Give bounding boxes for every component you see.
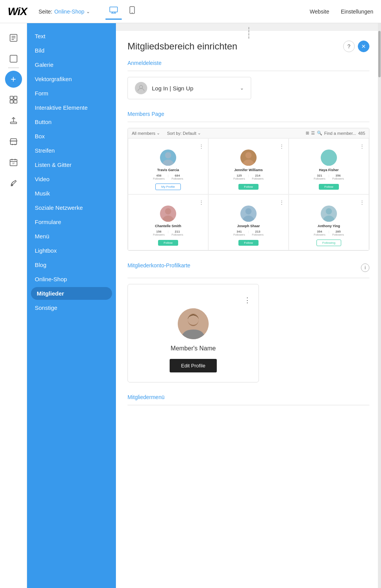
member-stats-haya: 321Followers | 356Followers xyxy=(293,174,365,180)
login-bar-label: Anmeldeleiste xyxy=(128,60,369,66)
menu-item-blog[interactable]: Blog xyxy=(27,258,116,272)
member-btn-haya[interactable]: Follow xyxy=(319,184,338,190)
panel-title: Mitgliedsbereich einrichten xyxy=(128,41,237,52)
menu-item-button[interactable]: Button xyxy=(27,115,116,129)
main-panel: Mitgliedsbereich einrichten ? ✕ Anmeldel… xyxy=(116,31,381,588)
menu-item-vektorgrafiken[interactable]: Vektorgrafiken xyxy=(27,72,116,86)
settings-link[interactable]: Einstellungen xyxy=(341,8,373,15)
svg-rect-16 xyxy=(10,141,17,144)
svg-point-27 xyxy=(245,152,252,158)
profile-card-menu-icon[interactable]: ⋮ xyxy=(136,296,251,304)
desktop-icon[interactable] xyxy=(105,3,122,20)
svg-point-25 xyxy=(139,85,143,88)
pages-sidebar-btn[interactable] xyxy=(5,29,22,47)
profile-card-header: Mitgliederkonto-Profilkarte i xyxy=(128,262,369,273)
edit-profile-button[interactable]: Edit Profile xyxy=(170,359,217,372)
search-icon[interactable]: 🔍 xyxy=(317,131,322,136)
website-link[interactable]: Website xyxy=(310,8,329,15)
member-card-chantelle: ⋮ Chantelle Smith 158Followers | 211Foll… xyxy=(128,194,208,250)
card-menu-icon[interactable]: ⋮ xyxy=(359,199,365,206)
menu-item-formulare[interactable]: Formulare xyxy=(27,215,116,229)
card-menu-icon[interactable]: ⋮ xyxy=(279,143,284,150)
elements-sidebar-btn[interactable] xyxy=(5,50,22,68)
list-view-icon[interactable]: ☰ xyxy=(311,131,315,136)
svg-point-17 xyxy=(12,144,13,145)
member-btn-travis[interactable]: My Profile xyxy=(155,184,181,190)
help-button[interactable]: ? xyxy=(343,41,355,52)
member-name-anthony: Anthony Ying xyxy=(293,224,365,228)
menu-item-online-shop[interactable]: Online-Shop xyxy=(27,272,116,286)
members-search-area: ⊞ ☰ 🔍 Find a member... 485 xyxy=(306,131,365,136)
member-card-haya: ⋮ Haya Fisher 321Followers | 356Follower… xyxy=(289,138,369,194)
panel-header-icons: ? ✕ xyxy=(343,41,369,52)
menu-item-bild[interactable]: Bild xyxy=(27,43,116,58)
svg-text:17: 17 xyxy=(12,162,15,165)
card-menu-icon[interactable]: ⋮ xyxy=(199,199,204,206)
member-btn-chantelle[interactable]: Follow xyxy=(158,240,178,246)
sort-label: Sort by: Default xyxy=(167,131,196,136)
sort-dropdown[interactable]: Sort by: Default ⌄ xyxy=(167,131,201,136)
divider-members-menu xyxy=(128,405,369,405)
grid-view-icon[interactable]: ⊞ xyxy=(306,131,309,136)
member-btn-anthony[interactable]: Following xyxy=(316,240,341,246)
panel-header: Mitgliedsbereich einrichten ? ✕ xyxy=(128,41,369,52)
login-bar-section: Anmeldeleiste Log In | Sign Up ⌄ xyxy=(128,60,369,99)
svg-point-30 xyxy=(245,208,252,214)
add-sidebar-btn[interactable]: + xyxy=(5,71,22,88)
svg-point-29 xyxy=(165,208,171,214)
menu-item-lightbox[interactable]: Lightbox xyxy=(27,243,116,258)
menu-item-box[interactable]: Box xyxy=(27,129,116,143)
profile-avatar xyxy=(178,308,209,339)
members-menu-section: Mitgliedermenü xyxy=(128,394,369,405)
top-nav: WiX Seite: Online-Shop ⌄ Website Einstel… xyxy=(0,0,381,23)
menu-item-musik[interactable]: Musik xyxy=(27,186,116,201)
member-card-jennifer: ⋮ Jennifer Williams 125Followers | 214Fo… xyxy=(208,138,289,194)
members-menu-label: Mitgliedermenü xyxy=(128,394,369,400)
profile-card-label: Mitgliederkonto-Profilkarte xyxy=(128,262,190,269)
page-label: Seite: xyxy=(39,8,53,15)
page-selector[interactable]: Seite: Online-Shop ⌄ xyxy=(39,8,90,15)
member-btn-joseph[interactable]: Follow xyxy=(238,240,258,246)
members-grid: ⋮ Travis Garcia 458Followers | 684Follow… xyxy=(128,138,369,250)
card-menu-icon[interactable]: ⋮ xyxy=(279,199,284,206)
menu-item-interaktive[interactable]: Interaktive Elemente xyxy=(27,100,116,115)
blog-sidebar-btn[interactable] xyxy=(5,174,22,192)
menu-item-streifen[interactable]: Streifen xyxy=(27,143,116,158)
scrollbar-track[interactable] xyxy=(378,23,381,588)
menu-item-listen[interactable]: Listen & Gitter xyxy=(27,158,116,172)
upload-sidebar-btn[interactable] xyxy=(5,112,22,129)
close-button[interactable]: ✕ xyxy=(358,41,369,52)
info-icon[interactable]: i xyxy=(361,263,369,272)
menu-item-video[interactable]: Video xyxy=(27,172,116,186)
member-card-joseph: ⋮ Joseph Shaar 341Followers | 213Followe… xyxy=(208,194,289,250)
menu-item-galerie[interactable]: Galerie xyxy=(27,58,116,72)
login-avatar-icon xyxy=(135,82,147,94)
card-menu-icon[interactable]: ⋮ xyxy=(199,143,204,150)
all-members-dropdown[interactable]: All members ⌄ xyxy=(132,131,160,136)
menu-item-text[interactable]: Text xyxy=(27,29,116,43)
members-preview-header: All members ⌄ Sort by: Default ⌄ ⊞ ☰ 🔍 F… xyxy=(128,128,369,138)
menu-item-sonstige[interactable]: Sonstige xyxy=(27,301,116,315)
menu-item-form[interactable]: Form xyxy=(27,86,116,100)
profile-member-name: Member's Name xyxy=(136,345,251,352)
left-menu: Text Bild Galerie Vektorgrafiken Form In… xyxy=(27,23,116,588)
svg-point-28 xyxy=(326,152,332,158)
svg-point-31 xyxy=(326,208,332,214)
member-btn-jennifer[interactable]: Follow xyxy=(238,184,258,190)
member-card-travis: ⋮ Travis Garcia 458Followers | 684Follow… xyxy=(128,138,208,194)
menu-item-menue[interactable]: Menü xyxy=(27,229,116,243)
mobile-icon[interactable] xyxy=(126,3,139,20)
member-stats-anthony: 354Followers | 285Followers xyxy=(293,230,365,236)
login-bar[interactable]: Log In | Sign Up ⌄ xyxy=(128,77,251,99)
scrollbar-thumb[interactable] xyxy=(378,31,381,77)
card-menu-icon[interactable]: ⋮ xyxy=(359,143,365,150)
divider-profile xyxy=(128,278,369,278)
svg-rect-13 xyxy=(10,100,13,103)
search-placeholder: Find a member... xyxy=(324,131,356,136)
member-name-joseph: Joseph Shaar xyxy=(213,224,284,228)
menu-item-mitglieder[interactable]: Mitglieder xyxy=(31,287,112,300)
calendar-sidebar-btn[interactable]: 17 xyxy=(5,153,22,171)
apps-sidebar-btn[interactable] xyxy=(5,91,22,109)
store-sidebar-btn[interactable] xyxy=(5,133,22,150)
menu-item-soziale[interactable]: Soziale Netzwerke xyxy=(27,201,116,215)
